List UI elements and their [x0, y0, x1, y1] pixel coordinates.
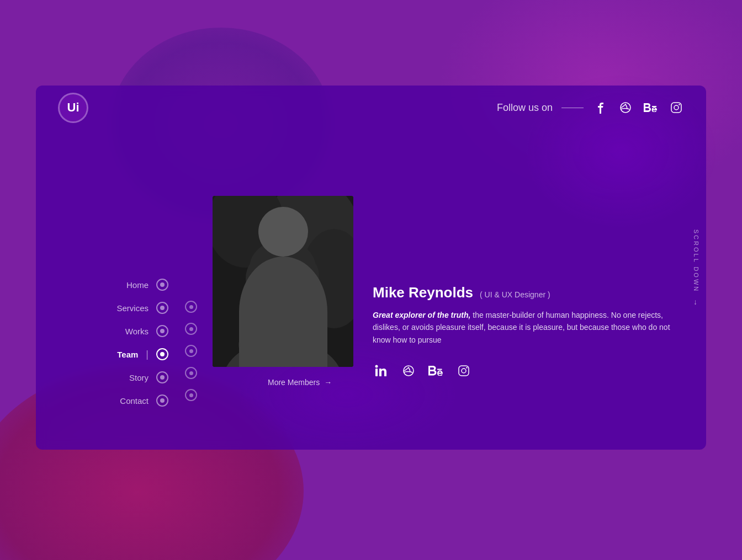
- svg-point-12: [246, 257, 279, 301]
- nav-item-services[interactable]: Services: [36, 296, 179, 319]
- svg-point-16: [239, 323, 327, 367]
- nav-dot-home: [156, 279, 168, 291]
- dribbble-icon[interactable]: [618, 100, 633, 115]
- main-card: Ui Follow us on: [36, 86, 706, 450]
- behance-icon[interactable]: [643, 100, 659, 115]
- more-members-label: More Members: [268, 378, 320, 387]
- logo[interactable]: Ui: [58, 93, 88, 123]
- follow-line: [561, 108, 584, 108]
- nav-dot-works: [156, 325, 168, 337]
- nav-item-story[interactable]: Story: [36, 366, 179, 389]
- svg-point-2: [674, 105, 679, 110]
- nav-item-works[interactable]: Works: [36, 319, 179, 343]
- member-bio-bold: Great explorer of the truth,: [373, 311, 470, 319]
- nav-item-home[interactable]: Home: [36, 273, 179, 296]
- member-instagram-icon[interactable]: [455, 362, 472, 379]
- member-name-row: Mike Reynolds ( UI & UX Designer ): [373, 284, 673, 301]
- nav-item-contact[interactable]: Contact: [36, 389, 179, 412]
- side-dot-4[interactable]: [185, 367, 197, 379]
- svg-point-13: [288, 257, 319, 295]
- navigation: Home Services Works Team | Story Contact: [36, 273, 179, 412]
- member-photo: [213, 196, 353, 367]
- member-social-icons: [373, 362, 673, 379]
- nav-dot-services: [156, 302, 168, 314]
- facebook-icon[interactable]: [592, 100, 608, 115]
- svg-rect-18: [375, 369, 378, 376]
- svg-point-22: [462, 369, 466, 373]
- logo-text: Ui: [67, 100, 80, 115]
- svg-point-15: [289, 295, 298, 301]
- portrait-svg: [213, 196, 353, 367]
- side-dot-1[interactable]: [185, 301, 197, 313]
- svg-point-8: [222, 339, 343, 367]
- person-image: [213, 196, 353, 367]
- follow-icons: [592, 100, 684, 115]
- member-linkedin-icon[interactable]: [373, 362, 389, 379]
- nav-label-services: Services: [116, 303, 149, 313]
- member-info: Mike Reynolds ( UI & UX Designer ) Great…: [373, 284, 673, 379]
- side-dot-2[interactable]: [185, 323, 197, 335]
- follow-us-section: Follow us on: [497, 100, 684, 115]
- side-dot-3[interactable]: [185, 345, 197, 357]
- nav-dot-story: [156, 371, 168, 383]
- side-dots: [185, 301, 197, 401]
- nav-label-story: Story: [129, 373, 149, 382]
- scroll-down-arrow: ↓: [693, 297, 699, 306]
- instagram-icon[interactable]: [669, 100, 684, 115]
- member-behance-icon[interactable]: [428, 362, 444, 379]
- svg-point-3: [679, 104, 680, 105]
- nav-label-team: Team: [117, 350, 138, 359]
- svg-point-14: [268, 295, 277, 301]
- nav-dot-team: [156, 348, 168, 360]
- header: Ui Follow us on: [36, 86, 706, 130]
- member-dribbble-icon[interactable]: [400, 362, 417, 379]
- nav-label-home: Home: [126, 280, 149, 290]
- more-members-arrow: →: [324, 378, 332, 387]
- more-members-button[interactable]: More Members →: [268, 378, 332, 387]
- nav-divider-team: |: [146, 349, 149, 360]
- svg-point-23: [466, 367, 467, 368]
- svg-point-19: [375, 365, 378, 368]
- scroll-down-text: Scroll Down: [693, 230, 699, 293]
- svg-rect-17: [251, 337, 315, 367]
- svg-point-10: [252, 262, 313, 334]
- nav-item-team[interactable]: Team |: [36, 343, 179, 366]
- svg-point-11: [250, 240, 316, 295]
- member-bio: Great explorer of the truth, the master-…: [373, 309, 673, 346]
- member-title-text: ( UI & UX Designer ): [480, 290, 550, 299]
- side-dot-5[interactable]: [185, 389, 197, 401]
- nav-label-contact: Contact: [120, 396, 149, 406]
- member-name-text: Mike Reynolds: [373, 284, 473, 301]
- follow-us-text: Follow us on: [497, 102, 553, 114]
- svg-rect-9: [272, 312, 293, 339]
- scroll-down: Scroll Down ↓: [693, 230, 699, 306]
- nav-dot-contact: [156, 394, 168, 407]
- nav-label-works: Works: [125, 327, 149, 336]
